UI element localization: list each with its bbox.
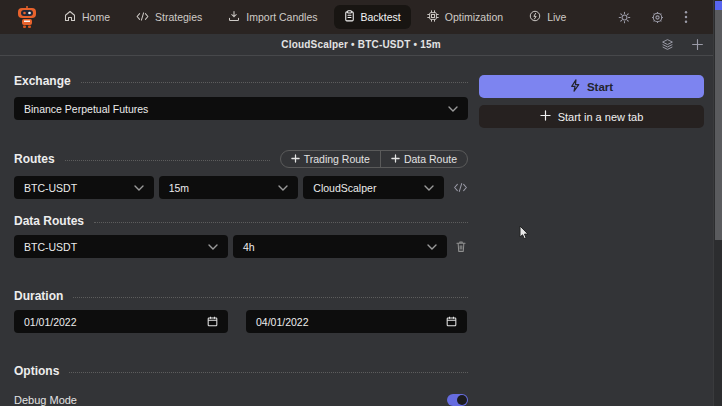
gear-icon[interactable] [651,11,664,24]
scrollbar[interactable] [713,0,722,406]
bolt-icon [570,79,580,94]
start-new-tab-button[interactable]: Start in a new tab [479,105,704,128]
debug-mode-label: Debug Mode [14,394,77,406]
exchange-select[interactable]: Binance Perpetual Futures [14,97,468,120]
plus-icon [540,110,551,123]
start-button[interactable]: Start [479,75,704,98]
route-symbol-select[interactable]: BTC-USDT [14,176,154,199]
scrollbar-thumb[interactable] [715,10,722,240]
nav-item-label: Home [82,11,110,23]
layers-icon[interactable] [661,38,674,51]
delete-data-route-icon[interactable] [455,240,467,253]
divider [65,160,270,161]
sun-icon[interactable] [618,11,631,24]
data-route-symbol-select[interactable]: BTC-USDT [14,235,228,258]
trading-route-row: BTC-USDT 15m CloudScalper [14,176,468,199]
kebab-menu-icon[interactable] [684,10,688,24]
data-route-timeframe-select[interactable]: 4h [233,235,447,258]
code-icon [136,11,149,24]
plus-icon [391,153,400,165]
divider [73,297,468,298]
nav-item-label: Optimization [445,11,503,23]
download-icon [228,10,240,24]
routes-heading: Routes [14,152,55,166]
plus-icon[interactable] [691,38,704,51]
plus-icon [291,153,300,165]
route-timeframe-select[interactable]: 15m [159,176,299,199]
end-date-value: 04/01/2022 [256,316,309,328]
data-routes-heading: Data Routes [14,214,84,228]
calendar-icon [446,316,457,327]
data-route-symbol-value: BTC-USDT [24,241,77,253]
nav-right-icons [618,10,712,24]
start-button-label: Start [587,81,613,93]
toggle-knob [457,395,467,405]
end-date-input[interactable]: 04/01/2022 [246,310,467,333]
nav-item-label: Live [547,11,566,23]
nav-item-import-candles[interactable]: Import Candles [218,5,327,29]
jesse-bot-logo[interactable] [14,4,40,30]
nav-item-label: Import Candles [246,11,317,23]
bolt-circle-icon [529,10,541,24]
data-route-timeframe-value: 4h [243,241,255,253]
chevron-down-icon [278,185,288,191]
data-route-row: BTC-USDT 4h [14,235,468,258]
add-data-route-label: Data Route [404,153,457,165]
nav-item-optimization[interactable]: Optimization [417,5,513,29]
nav-item-label: Strategies [155,11,202,23]
nav-item-home[interactable]: Home [54,5,120,29]
add-trading-route-label: Trading Route [304,153,370,165]
route-timeframe-value: 15m [169,182,189,194]
view-strategy-code-icon[interactable] [453,182,468,193]
clipboard-icon [344,10,355,24]
chip-icon [427,10,439,24]
home-icon [64,10,76,24]
calendar-icon [207,316,218,327]
chevron-down-icon [424,185,434,191]
divider [94,222,468,223]
add-data-route-button[interactable]: Data Route [380,151,467,167]
divider [69,372,468,373]
debug-mode-toggle[interactable] [447,394,468,406]
scrollbar-cap [715,1,722,10]
chevron-down-icon [427,244,437,250]
session-bar: CloudScalper • BTC-USDT • 15m [0,34,722,56]
nav-item-backtest[interactable]: Backtest [334,5,411,29]
chevron-down-icon [134,185,144,191]
route-strategy-select[interactable]: CloudScalper [303,176,444,199]
divider [81,82,468,83]
nav-item-label: Backtest [361,11,401,23]
nav-item-live[interactable]: Live [519,5,576,29]
start-new-tab-label: Start in a new tab [558,111,644,123]
route-add-buttons: Trading Route Data Route [280,150,468,168]
exchange-heading: Exchange [14,74,71,88]
debug-mode-row: Debug Mode [14,394,468,406]
chevron-down-icon [208,244,218,250]
nav-item-strategies[interactable]: Strategies [126,6,212,29]
top-navigation: Home Strategies Import Candles Backtest … [0,0,722,34]
exchange-select-value: Binance Perpetual Futures [24,103,148,115]
start-date-value: 01/01/2022 [24,316,77,328]
options-heading: Options [14,364,59,378]
add-trading-route-button[interactable]: Trading Route [281,151,380,167]
duration-row: 01/01/2022 04/01/2022 [14,310,468,333]
route-strategy-value: CloudScalper [313,182,376,194]
route-symbol-value: BTC-USDT [24,182,77,194]
start-date-input[interactable]: 01/01/2022 [14,310,228,333]
session-title: CloudScalper • BTC-USDT • 15m [0,39,722,50]
duration-heading: Duration [14,289,63,303]
chevron-down-icon [448,106,458,112]
